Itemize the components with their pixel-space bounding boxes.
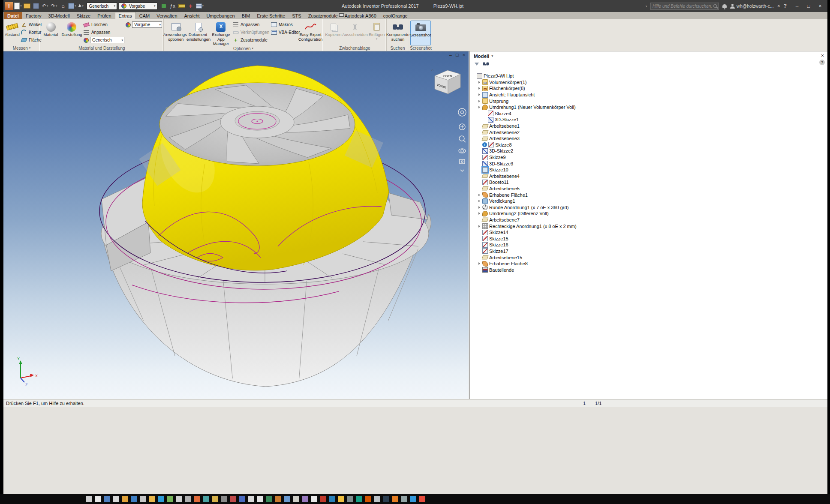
close-button[interactable]: × [815, 2, 825, 10]
steering-wheel-icon[interactable] [458, 108, 466, 116]
home-button[interactable]: ⌂ [59, 2, 67, 10]
tab-umgebungen[interactable]: Umgebungen [203, 12, 238, 19]
viewcube-home-icon[interactable]: ⌂ [431, 68, 433, 72]
expand-icon[interactable] [478, 162, 481, 165]
tab-verwalten[interactable]: Verwalten [153, 12, 180, 19]
tree-item[interactable]: i Arbeitsebene15 [471, 254, 823, 261]
vba-editor-button[interactable]: VBA-Editor [271, 29, 298, 36]
appearance-combo[interactable]: Vorgabe▾ [132, 21, 162, 28]
expand-icon[interactable] [478, 250, 481, 252]
tree-item[interactable]: i Skizze4 [471, 111, 823, 117]
tree-item[interactable]: i Boceto11 [471, 179, 823, 186]
tab-coolorange[interactable]: coolOrange [380, 12, 411, 19]
expand-icon[interactable] [483, 112, 487, 115]
expand-icon[interactable] [478, 194, 481, 196]
taskbar-icon[interactable] [95, 496, 101, 502]
notification-bell-icon[interactable] [722, 4, 727, 8]
expand-icon[interactable] [478, 187, 481, 190]
taskbar-icon[interactable] [275, 496, 281, 502]
taskbar-icon[interactable] [158, 496, 164, 502]
expand-icon[interactable] [472, 75, 475, 77]
taskbar-icon[interactable] [338, 496, 344, 502]
einfuegen-button[interactable]: Einfügen ▾ [368, 21, 385, 40]
qat-overflow-icon[interactable]: › [645, 3, 647, 9]
material-button[interactable]: Material [42, 21, 60, 37]
tree-item[interactable]: i Skizze10 [471, 167, 823, 173]
ribbon-collapse-toggle[interactable]: ▾ [339, 13, 347, 17]
expand-icon[interactable] [478, 125, 481, 127]
taskbar-icon[interactable] [185, 496, 191, 502]
tree-item[interactable]: i Arbeitsebene2 [471, 129, 823, 135]
redo-button[interactable]: ↷ [50, 2, 58, 10]
tree-item[interactable]: i Skizze9 [471, 154, 823, 161]
taskbar-icon[interactable] [149, 496, 155, 502]
dokumenteinstellungen-button[interactable]: Dokument-einstellungen [188, 21, 209, 42]
tree-item[interactable]: i Umdrehung1 (Neuer Volumenkörper Voll) [471, 104, 823, 111]
tree-item[interactable]: i Arbeitsebene3 [471, 135, 823, 142]
panel-label-optionen[interactable]: Optionen▾ [164, 46, 323, 51]
ausschneiden-button[interactable]: Ausschneiden [343, 21, 367, 37]
taskbar-icon[interactable] [131, 496, 137, 502]
expand-icon[interactable] [478, 137, 481, 140]
doc-close-button[interactable]: × [463, 52, 465, 57]
komponente-suchen-button[interactable]: Komponente suchen [388, 21, 408, 42]
doc-restore-button[interactable]: □ [456, 52, 459, 57]
expand-icon[interactable] [478, 81, 481, 84]
inventor-logo[interactable]: I [5, 2, 13, 10]
tree-item[interactable]: i Arbeitsebene4 [471, 173, 823, 180]
navbar-more-icon[interactable] [460, 170, 464, 171]
expand-icon[interactable] [478, 131, 481, 134]
appearance-quick-combo[interactable]: Vorgabe ▾ [119, 3, 157, 10]
expand-icon[interactable] [478, 200, 481, 202]
tree-item[interactable]: i Skizze16 [471, 242, 823, 248]
expand-icon[interactable] [478, 262, 481, 265]
tree-item[interactable]: i Erhabene Fläche8 [471, 261, 823, 267]
browser-close-icon[interactable]: × [821, 53, 824, 59]
tree-item[interactable]: i Ansicht: Hauptansicht [471, 92, 823, 98]
tree-item[interactable]: i Skizze14 [471, 229, 823, 236]
expand-icon[interactable] [478, 93, 481, 96]
tree-item[interactable]: i Pieza9-WH.ipt [471, 73, 823, 79]
orbit-icon[interactable] [459, 149, 466, 153]
expand-icon[interactable] [478, 100, 481, 102]
expand-icon[interactable] [478, 175, 481, 177]
taskbar-icon[interactable] [122, 496, 128, 502]
taskbar-icon[interactable] [311, 496, 317, 502]
winkel-button[interactable]: Winkel [21, 21, 42, 28]
kontur-button[interactable]: Kontur [21, 29, 42, 36]
expand-icon[interactable] [478, 269, 481, 271]
browser-header[interactable]: Modell ▾ [470, 51, 827, 60]
measure-button[interactable] [177, 2, 186, 10]
tab-extras[interactable]: Extras [115, 12, 136, 19]
expand-icon[interactable] [478, 225, 481, 228]
tree-item[interactable]: i Rechteckige Anordnung1 (x 8 oE x 2 mm) [471, 223, 823, 229]
taskbar-icon[interactable] [266, 496, 272, 502]
tree-item[interactable]: i 3D-Skizze2 [471, 148, 823, 154]
select-button[interactable] [77, 2, 86, 10]
abstand-button[interactable]: Abstand [5, 21, 20, 37]
tree-item[interactable]: i Erhabene Fläche1 [471, 192, 823, 198]
taskbar-icon[interactable] [86, 496, 92, 502]
exchange-app-manager-button[interactable]: Exchange App Manager [211, 21, 232, 46]
material-combo[interactable]: Generisch▾ [90, 37, 124, 43]
taskbar-icon[interactable] [230, 496, 236, 502]
panel-help-icon[interactable]: ? [819, 60, 825, 65]
view-grid-button[interactable] [68, 2, 77, 10]
tab-zusatzmodule[interactable]: Zusatzmodule [305, 12, 341, 19]
session-x-icon[interactable]: × [777, 3, 780, 9]
look-at-icon[interactable] [460, 159, 465, 164]
minimize-button[interactable]: – [792, 2, 802, 10]
tab-3d-modell[interactable]: 3D-Modell [45, 12, 73, 19]
makros-button[interactable]: Makros [271, 21, 298, 28]
search-input[interactable] [653, 4, 712, 9]
expand-icon[interactable] [478, 150, 481, 152]
taskbar-icon[interactable] [320, 496, 326, 502]
tree-item[interactable]: i Skizze8 [471, 142, 823, 148]
tree-item[interactable]: i Verdickung1 [471, 198, 823, 204]
viewport-3d[interactable]: – □ × [3, 51, 469, 399]
taskbar-icon[interactable] [410, 496, 416, 502]
tree-item[interactable]: i Arbeitsebene1 [471, 123, 823, 129]
search-icon[interactable] [713, 4, 717, 8]
taskbar-icon[interactable] [419, 496, 425, 502]
flaeche-button[interactable]: Fläche [21, 37, 42, 43]
